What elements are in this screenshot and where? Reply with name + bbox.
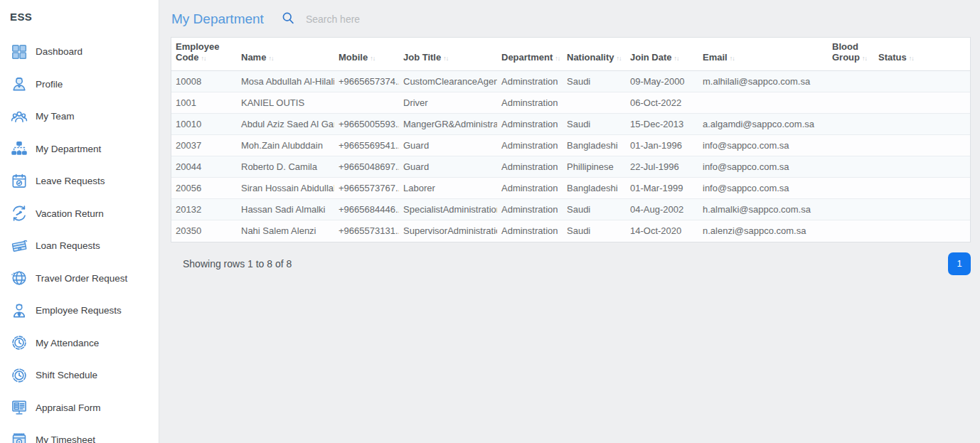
sidebar-item-label: My Attendance [36,338,99,348]
cell-employee-code: 20044 [171,156,237,178]
table-row[interactable]: 20132Hassan Sadi Almalki+9665684446...Sp… [171,199,970,220]
sidebar-item-shift-schedule[interactable]: Shift Schedule [0,359,159,392]
sort-icon[interactable]: ↑↓ [909,55,914,62]
cell-join-date: 06-Oct-2022 [626,92,698,114]
sidebar-item-label: Profile [36,79,63,90]
sort-icon[interactable]: ↑↓ [674,55,679,62]
cell-employee-code: 20350 [171,220,237,242]
cell-status [874,199,970,220]
column-header-department[interactable]: Department↑↓ [497,38,563,71]
sidebar-item-label: Vacation Return [36,208,104,219]
sidebar-item-dashboard[interactable]: Dashboard [0,36,159,68]
table-row[interactable]: 10008Mosa Abdullah Al-Hilali+9665657374.… [171,71,970,92]
travel-globe-icon [9,268,29,288]
cell-job-title: Driver [399,92,497,114]
column-header-employee-code[interactable]: Employee Code↑↓ [171,38,237,71]
sort-icon[interactable]: ↑↓ [862,55,867,62]
cell-blood-group [828,156,874,178]
column-header-email[interactable]: Email↑↓ [698,38,828,71]
search-icon[interactable] [281,11,295,28]
sidebar-item-my-team[interactable]: My Team [0,100,159,133]
timesheet-calendar-icon [9,430,29,443]
table-row[interactable]: 20037Moh.Zain Alubddain+9665569541...Gua… [171,135,970,156]
cell-email: h.almalki@sappco.com.sa [698,199,828,220]
column-header-blood-group[interactable]: Blood Group↑↓ [828,38,874,71]
sidebar-item-label: My Timesheet [36,434,95,443]
cell-nationality: Bangladeshi [563,135,626,156]
table-row[interactable]: 10010Abdul Aziz Saed Al Gamdi+9665005593… [171,114,970,135]
rows-summary: Showing rows 1 to 8 of 8 [171,258,292,269]
search-input[interactable] [304,13,468,26]
sidebar-item-my-attendance[interactable]: My Attendance [0,327,159,360]
table-row[interactable]: 20350Nahi Salem Alenzi+9665573131...Supe… [171,220,970,242]
cell-department: Adminstration [497,156,563,178]
sidebar-item-leave-requests[interactable]: Leave Requests [0,165,159,198]
cell-email: m.alhilali@sappco.com.sa [698,71,828,92]
sidebar-item-vacation-return[interactable]: Vacation Return [0,198,159,230]
cell-join-date: 01-Jan-1996 [626,135,698,156]
cell-email: a.algamdi@sappco.com.sa [698,114,828,135]
page-header: My Department [159,0,980,37]
column-header-job-title[interactable]: Job Title↑↓ [399,38,497,71]
sort-icon[interactable]: ↑↓ [555,55,560,62]
cell-blood-group [828,114,874,135]
sidebar-item-loan-requests[interactable]: Loan Requests [0,230,159,262]
sidebar: ESS Dashboard [0,0,159,443]
table-footer: Showing rows 1 to 8 of 8 1 [171,252,971,275]
employee-icon [9,301,29,321]
sort-icon[interactable]: ↑↓ [730,55,735,62]
cell-nationality: Saudi [563,199,626,220]
cell-department: Adminstration [497,135,563,156]
cell-job-title: MangerGR&Administrati... [399,114,497,135]
column-header-mobile[interactable]: Mobile↑↓ [334,38,399,71]
cell-mobile: +9665573131... [334,220,399,242]
org-chart-icon [9,139,29,159]
sort-icon[interactable]: ↑↓ [370,55,375,62]
column-label: Email [703,52,728,63]
sidebar-item-travel-order-request[interactable]: Travel Order Request [0,262,159,295]
cell-status [874,92,970,114]
column-label: Mobile [339,52,368,63]
sidebar-item-appraisal-form[interactable]: Appraisal Form [0,392,159,425]
shift-clock-icon [9,365,29,385]
banknotes-icon [9,236,29,256]
cell-email: info@sappco.com.sa [698,156,828,178]
table-row[interactable]: 1001KANIEL OUTISDriverAdminstration06-Oc… [171,92,970,114]
sidebar-item-label: My Department [36,144,101,154]
table-row[interactable]: 20056Siran Hossain Abidullah+9665573767.… [171,178,970,199]
column-header-nationality[interactable]: Nationality↑↓ [563,38,626,71]
sidebar-item-profile[interactable]: Profile [0,68,159,101]
cell-nationality: Saudi [563,71,626,92]
cell-status [874,178,970,199]
column-header-name[interactable]: Name↑↓ [237,38,334,71]
column-label: Department [501,52,553,63]
cell-mobile [334,92,399,114]
sidebar-item-my-timesheet[interactable]: My Timesheet [0,424,159,443]
cell-department: Adminstration [497,71,563,92]
column-header-join-date[interactable]: Join Date↑↓ [626,38,698,71]
cell-job-title: CustomClearanceAgent [399,71,497,92]
sort-icon[interactable]: ↑↓ [616,55,621,62]
sort-icon[interactable]: ↑↓ [201,55,206,62]
cell-mobile: +9665657374... [334,71,399,92]
sidebar-item-label: Shift Schedule [36,370,97,380]
sort-icon[interactable]: ↑↓ [268,55,273,62]
column-header-status[interactable]: Status↑↓ [874,38,970,71]
column-label: Join Date [630,52,672,63]
team-icon [9,107,29,127]
cell-mobile: +9665573767... [334,178,399,199]
sort-icon[interactable]: ↑↓ [443,55,448,62]
calendar-check-icon [9,171,29,191]
table-row[interactable]: 20044Roberto D. Camila+9665048697...Guar… [171,156,970,178]
search-bar [281,11,468,28]
sidebar-item-label: Appraisal Form [36,402,101,413]
column-label: Blood Group [832,41,860,63]
cell-join-date: 04-Aug-2002 [626,199,698,220]
department-table: Employee Code↑↓ Name↑↓ Mobile↑↓ Job Titl… [171,38,970,242]
pagination-page-1-button[interactable]: 1 [948,252,971,275]
sidebar-item-employee-requests[interactable]: Employee Requests [0,294,159,327]
sidebar-item-my-department[interactable]: My Department [0,133,159,166]
cell-name: Siran Hossain Abidullah [237,178,334,199]
cell-join-date: 14-Oct-2020 [626,220,698,242]
cell-employee-code: 20037 [171,135,237,156]
